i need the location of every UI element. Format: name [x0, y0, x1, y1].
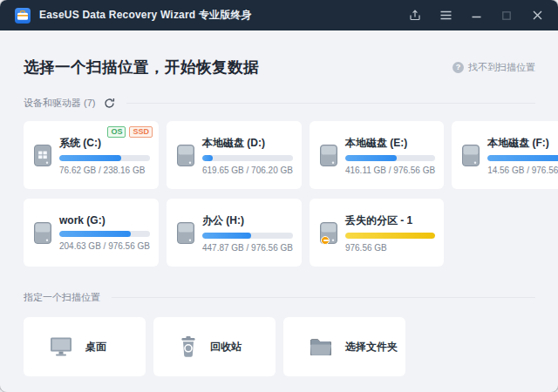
locations-grid: 桌面 回收站 选择文件夹: [24, 317, 405, 376]
drive-capacity: 976.56 GB: [345, 243, 435, 253]
drive-card[interactable]: 本地磁盘 (E:) 416.11 GB / 976.56 GB: [310, 121, 444, 189]
drives-section-label: 设备和驱动器 (7): [24, 97, 96, 110]
drive-name: 办公 (H:): [202, 213, 293, 228]
drive-usage-fill: [345, 155, 397, 161]
drive-usage-bar: [345, 155, 435, 161]
scan-location-card[interactable]: 桌面: [24, 317, 146, 376]
location-label: 选择文件夹: [345, 340, 398, 355]
badge-ssd: SSD: [129, 126, 153, 138]
drive-card[interactable]: 办公 (H:) 447.87 GB / 976.56 GB: [167, 199, 302, 267]
minimize-icon[interactable]: [469, 9, 483, 23]
drive-icon: [34, 222, 51, 244]
drive-capacity: 447.87 GB / 976.56 GB: [202, 243, 293, 253]
main-content: 选择一个扫描位置，开始恢复数据 ? 找不到扫描位置 设备和驱动器 (7) OSS…: [0, 30, 558, 376]
drive-icon: [177, 145, 194, 166]
drive-usage-bar: [59, 155, 150, 161]
drive-usage-bar: [487, 155, 558, 161]
drive-icon: [320, 222, 337, 244]
drive-card[interactable]: OSSSD 系统 (C:) 76.62 GB / 238.16 GB: [24, 121, 159, 189]
app-logo-icon: [15, 8, 31, 24]
scan-location-card[interactable]: 选择文件夹: [283, 317, 405, 376]
drive-capacity: 619.65 GB / 706.20 GB: [202, 166, 293, 175]
drive-usage-bar: [202, 233, 293, 239]
drive-name: 本地磁盘 (D:): [202, 136, 293, 151]
page-title: 选择一个扫描位置，开始恢复数据: [24, 57, 259, 78]
drive-card[interactable]: 本地磁盘 (F:) 14.56 GB / 976.56 GB: [452, 121, 558, 189]
app-window: EaseUS Data Recovery Wizard 专业版终身: [0, 0, 558, 392]
drive-usage-bar: [59, 231, 150, 237]
location-label: 回收站: [210, 340, 242, 355]
drive-capacity: 204.63 GB / 976.56 GB: [59, 241, 150, 251]
drive-usage-fill: [487, 155, 558, 161]
close-icon[interactable]: [530, 9, 544, 23]
drive-usage-fill: [59, 231, 131, 237]
folder-icon: [310, 338, 332, 356]
lost-partition-badge-icon: [321, 236, 330, 245]
drive-usage-fill: [202, 155, 213, 161]
drive-usage-fill: [345, 233, 435, 239]
drive-capacity: 14.56 GB / 976.56 GB: [487, 166, 558, 175]
drive-name: work (G:): [59, 214, 150, 226]
help-link-label: 找不到扫描位置: [468, 61, 535, 74]
recycle-bin-icon: [180, 336, 197, 357]
scan-location-card[interactable]: 回收站: [153, 317, 276, 376]
titlebar: EaseUS Data Recovery Wizard 专业版终身: [0, 0, 558, 30]
drive-usage-fill: [202, 233, 251, 239]
help-link[interactable]: ? 找不到扫描位置: [453, 61, 535, 74]
drive-usage-bar: [345, 233, 435, 239]
drive-icon: [177, 222, 194, 244]
section-divider: [126, 103, 536, 104]
drive-name: 本地磁盘 (E:): [345, 136, 435, 151]
location-label: 桌面: [85, 340, 106, 355]
drive-usage-fill: [59, 155, 121, 161]
maximize-icon[interactable]: [500, 9, 514, 23]
drive-capacity: 416.11 GB / 976.56 GB: [345, 166, 435, 175]
drive-name: 丢失的分区 - 1: [345, 213, 435, 228]
menu-icon[interactable]: [439, 9, 453, 23]
section-divider: [112, 297, 535, 298]
drives-grid: OSSSD 系统 (C:) 76.62 GB / 238.16 GB: [24, 121, 535, 267]
window-title: EaseUS Data Recovery Wizard 专业版终身: [39, 8, 252, 23]
drive-name: 本地磁盘 (F:): [487, 136, 558, 151]
drive-capacity: 76.62 GB / 238.16 GB: [59, 166, 150, 175]
drive-card[interactable]: 丢失的分区 - 1 976.56 GB: [310, 199, 444, 267]
drive-card[interactable]: 本地磁盘 (D:) 619.65 GB / 706.20 GB: [167, 121, 302, 189]
desktop-icon: [50, 337, 72, 356]
drive-badges: OSSSD: [107, 126, 153, 138]
drive-icon: [34, 145, 51, 166]
drive-card[interactable]: work (G:) 204.63 GB / 976.56 GB: [24, 199, 159, 267]
question-circle-icon: ?: [453, 62, 464, 73]
drive-icon: [320, 145, 337, 166]
refresh-icon[interactable]: [104, 98, 115, 109]
locations-section-label: 指定一个扫描位置: [24, 291, 100, 304]
drive-icon: [462, 145, 480, 166]
drive-usage-bar: [202, 155, 293, 161]
upload-icon[interactable]: [408, 9, 422, 23]
badge-os: OS: [107, 126, 126, 138]
drive-name: 系统 (C:): [59, 136, 150, 151]
